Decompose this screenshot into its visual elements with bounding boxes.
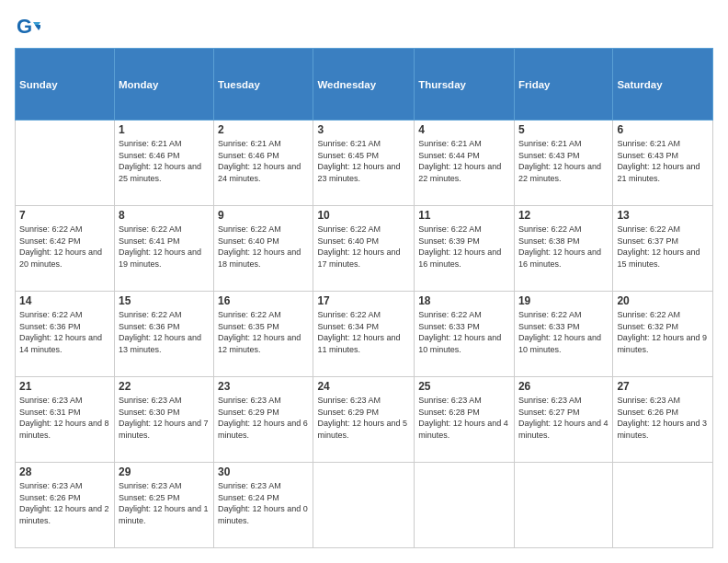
col-header-sunday: Sunday: [16, 49, 115, 121]
page-header: G: [15, 15, 713, 40]
day-info: Sunrise: 6:22 AM Sunset: 6:35 PM Dayligh…: [218, 309, 309, 355]
day-number: 25: [418, 380, 510, 393]
day-info: Sunrise: 6:22 AM Sunset: 6:36 PM Dayligh…: [119, 309, 210, 355]
calendar-header-row: SundayMondayTuesdayWednesdayThursdayFrid…: [16, 49, 713, 121]
day-info: Sunrise: 6:21 AM Sunset: 6:46 PM Dayligh…: [218, 138, 309, 184]
day-info: Sunrise: 6:22 AM Sunset: 6:41 PM Dayligh…: [119, 224, 210, 270]
calendar-cell: 17Sunrise: 6:22 AM Sunset: 6:34 PM Dayli…: [313, 292, 415, 377]
day-info: Sunrise: 6:23 AM Sunset: 6:25 PM Dayligh…: [119, 480, 210, 526]
calendar-cell: 27Sunrise: 6:23 AM Sunset: 6:26 PM Dayli…: [613, 377, 713, 463]
calendar-week-row: 14Sunrise: 6:22 AM Sunset: 6:36 PM Dayli…: [16, 292, 713, 377]
calendar-cell: 30Sunrise: 6:23 AM Sunset: 6:24 PM Dayli…: [214, 463, 313, 548]
calendar-cell: 18Sunrise: 6:22 AM Sunset: 6:33 PM Dayli…: [415, 292, 515, 377]
calendar-cell: 10Sunrise: 6:22 AM Sunset: 6:40 PM Dayli…: [313, 206, 415, 292]
day-number: 13: [617, 209, 709, 222]
calendar-cell: 6Sunrise: 6:21 AM Sunset: 6:43 PM Daylig…: [613, 121, 713, 206]
day-info: Sunrise: 6:21 AM Sunset: 6:43 PM Dayligh…: [518, 138, 609, 184]
calendar-cell: 4Sunrise: 6:21 AM Sunset: 6:44 PM Daylig…: [415, 121, 515, 206]
day-number: 24: [317, 380, 410, 393]
day-info: Sunrise: 6:22 AM Sunset: 6:38 PM Dayligh…: [518, 224, 609, 270]
day-number: 5: [518, 123, 609, 136]
day-info: Sunrise: 6:21 AM Sunset: 6:43 PM Dayligh…: [617, 138, 709, 184]
day-info: Sunrise: 6:23 AM Sunset: 6:31 PM Dayligh…: [19, 395, 110, 441]
calendar-cell: 20Sunrise: 6:22 AM Sunset: 6:32 PM Dayli…: [613, 292, 713, 377]
calendar-cell: 25Sunrise: 6:23 AM Sunset: 6:28 PM Dayli…: [415, 377, 515, 463]
day-info: Sunrise: 6:22 AM Sunset: 6:32 PM Dayligh…: [617, 309, 709, 355]
day-number: 14: [19, 294, 110, 307]
col-header-tuesday: Tuesday: [214, 49, 313, 121]
day-number: 17: [317, 294, 410, 307]
calendar-table: SundayMondayTuesdayWednesdayThursdayFrid…: [15, 48, 713, 548]
day-info: Sunrise: 6:22 AM Sunset: 6:40 PM Dayligh…: [317, 224, 410, 270]
calendar-cell: [613, 463, 713, 548]
day-number: 8: [119, 209, 210, 222]
day-number: 18: [418, 294, 510, 307]
day-info: Sunrise: 6:23 AM Sunset: 6:26 PM Dayligh…: [617, 395, 709, 441]
calendar-cell: 7Sunrise: 6:22 AM Sunset: 6:42 PM Daylig…: [16, 206, 115, 292]
calendar-cell: [16, 121, 115, 206]
day-number: 30: [218, 465, 309, 478]
day-number: 21: [19, 380, 110, 393]
calendar-cell: 29Sunrise: 6:23 AM Sunset: 6:25 PM Dayli…: [114, 463, 213, 548]
day-number: 27: [617, 380, 709, 393]
calendar-cell: 28Sunrise: 6:23 AM Sunset: 6:26 PM Dayli…: [16, 463, 115, 548]
day-info: Sunrise: 6:21 AM Sunset: 6:46 PM Dayligh…: [119, 138, 210, 184]
col-header-wednesday: Wednesday: [313, 49, 415, 121]
day-info: Sunrise: 6:22 AM Sunset: 6:33 PM Dayligh…: [418, 309, 510, 355]
day-info: Sunrise: 6:23 AM Sunset: 6:27 PM Dayligh…: [518, 395, 609, 441]
day-number: 10: [317, 209, 410, 222]
calendar-cell: 5Sunrise: 6:21 AM Sunset: 6:43 PM Daylig…: [514, 121, 612, 206]
calendar-week-row: 21Sunrise: 6:23 AM Sunset: 6:31 PM Dayli…: [16, 377, 713, 463]
calendar-week-row: 7Sunrise: 6:22 AM Sunset: 6:42 PM Daylig…: [16, 206, 713, 292]
day-number: 12: [518, 209, 609, 222]
calendar-cell: 2Sunrise: 6:21 AM Sunset: 6:46 PM Daylig…: [214, 121, 313, 206]
calendar-cell: [415, 463, 515, 548]
col-header-monday: Monday: [114, 49, 213, 121]
col-header-thursday: Thursday: [415, 49, 515, 121]
svg-text:G: G: [17, 15, 32, 38]
day-number: 22: [119, 380, 210, 393]
day-number: 9: [218, 209, 309, 222]
calendar-cell: 24Sunrise: 6:23 AM Sunset: 6:29 PM Dayli…: [313, 377, 415, 463]
calendar-cell: 23Sunrise: 6:23 AM Sunset: 6:29 PM Dayli…: [214, 377, 313, 463]
calendar-cell: [514, 463, 612, 548]
calendar-cell: 11Sunrise: 6:22 AM Sunset: 6:39 PM Dayli…: [415, 206, 515, 292]
day-info: Sunrise: 6:22 AM Sunset: 6:34 PM Dayligh…: [317, 309, 410, 355]
day-number: 29: [119, 465, 210, 478]
calendar-cell: 9Sunrise: 6:22 AM Sunset: 6:40 PM Daylig…: [214, 206, 313, 292]
day-info: Sunrise: 6:23 AM Sunset: 6:26 PM Dayligh…: [19, 480, 110, 526]
day-number: 26: [518, 380, 609, 393]
calendar-cell: 8Sunrise: 6:22 AM Sunset: 6:41 PM Daylig…: [114, 206, 213, 292]
day-number: 28: [19, 465, 110, 478]
day-number: 2: [218, 123, 309, 136]
calendar-cell: 13Sunrise: 6:22 AM Sunset: 6:37 PM Dayli…: [613, 206, 713, 292]
calendar-week-row: 28Sunrise: 6:23 AM Sunset: 6:26 PM Dayli…: [16, 463, 713, 548]
calendar-cell: 14Sunrise: 6:22 AM Sunset: 6:36 PM Dayli…: [16, 292, 115, 377]
day-info: Sunrise: 6:22 AM Sunset: 6:42 PM Dayligh…: [19, 224, 110, 270]
calendar-cell: 21Sunrise: 6:23 AM Sunset: 6:31 PM Dayli…: [16, 377, 115, 463]
day-number: 16: [218, 294, 309, 307]
svg-marker-2: [35, 25, 40, 30]
day-number: 23: [218, 380, 309, 393]
calendar-cell: 12Sunrise: 6:22 AM Sunset: 6:38 PM Dayli…: [514, 206, 612, 292]
day-number: 6: [617, 123, 709, 136]
day-number: 19: [518, 294, 609, 307]
calendar-cell: 15Sunrise: 6:22 AM Sunset: 6:36 PM Dayli…: [114, 292, 213, 377]
day-info: Sunrise: 6:21 AM Sunset: 6:44 PM Dayligh…: [418, 138, 510, 184]
day-info: Sunrise: 6:23 AM Sunset: 6:30 PM Dayligh…: [119, 395, 210, 441]
day-info: Sunrise: 6:22 AM Sunset: 6:37 PM Dayligh…: [617, 224, 709, 270]
col-header-saturday: Saturday: [613, 49, 713, 121]
calendar-cell: [313, 463, 415, 548]
day-number: 3: [317, 123, 410, 136]
calendar-cell: 1Sunrise: 6:21 AM Sunset: 6:46 PM Daylig…: [114, 121, 213, 206]
day-info: Sunrise: 6:22 AM Sunset: 6:39 PM Dayligh…: [418, 224, 510, 270]
calendar-cell: 19Sunrise: 6:22 AM Sunset: 6:33 PM Dayli…: [514, 292, 612, 377]
day-number: 1: [119, 123, 210, 136]
day-info: Sunrise: 6:22 AM Sunset: 6:36 PM Dayligh…: [19, 309, 110, 355]
col-header-friday: Friday: [514, 49, 612, 121]
calendar-cell: 22Sunrise: 6:23 AM Sunset: 6:30 PM Dayli…: [114, 377, 213, 463]
day-info: Sunrise: 6:22 AM Sunset: 6:33 PM Dayligh…: [518, 309, 609, 355]
logo: G: [15, 15, 44, 40]
calendar-cell: 3Sunrise: 6:21 AM Sunset: 6:45 PM Daylig…: [313, 121, 415, 206]
day-info: Sunrise: 6:23 AM Sunset: 6:24 PM Dayligh…: [218, 480, 309, 526]
